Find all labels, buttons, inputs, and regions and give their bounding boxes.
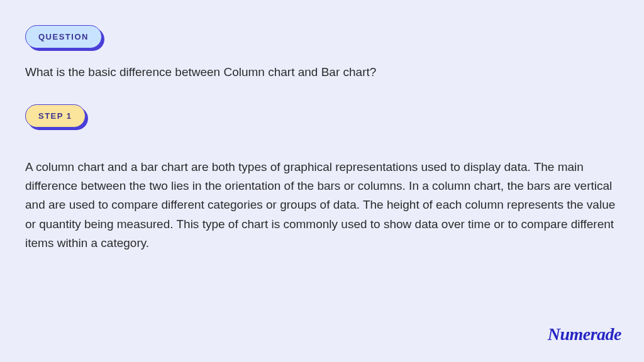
- brand-logo: Numerade: [548, 324, 621, 344]
- step-badge-container: STEP 1: [25, 104, 86, 128]
- step-text: A column chart and a bar chart are both …: [25, 158, 619, 253]
- question-text: What is the basic difference between Col…: [25, 63, 619, 82]
- step-badge: STEP 1: [25, 104, 86, 128]
- question-badge-container: QUESTION: [25, 25, 102, 48]
- question-badge: QUESTION: [25, 25, 102, 48]
